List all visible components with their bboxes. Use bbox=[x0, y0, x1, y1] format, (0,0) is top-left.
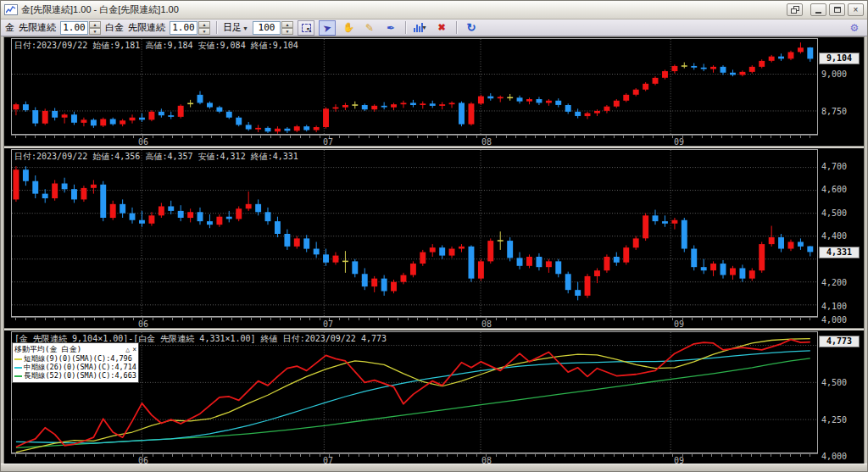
current-price-label: 4,773 bbox=[819, 336, 860, 347]
cursor-tool-button[interactable]: ➤ bbox=[319, 20, 336, 36]
x-axis-label: 08 bbox=[481, 137, 492, 147]
y-axis-label: 4,000 bbox=[821, 452, 847, 461]
spin-up-icon[interactable]: ▲ bbox=[198, 21, 210, 28]
legend-close-icon[interactable]: × bbox=[132, 346, 136, 353]
toolbar: 金 先限連続 ▲ ▼ 白金 先限連続 ▲ ▼ 日足 ▼ ▲ ▼ bbox=[1, 19, 867, 36]
hand-icon: ✋ bbox=[342, 23, 354, 32]
platinum-ratio-input[interactable] bbox=[170, 21, 198, 35]
window-bottom-edge bbox=[1, 464, 867, 471]
pan-tool-button[interactable]: ✋ bbox=[340, 20, 357, 36]
current-price-label: 9,104 bbox=[819, 53, 860, 64]
current-price-label: 4,331 bbox=[819, 247, 860, 258]
delete-chart-button[interactable]: ✖ bbox=[433, 20, 450, 36]
platinum-series-label: 先限連続 bbox=[128, 21, 165, 34]
close-button[interactable]: × bbox=[848, 3, 864, 16]
moving-average-legend: 移動平均(金 白金) △ × 短期線(9)(0)(SMA)(C):4,796 中… bbox=[12, 342, 139, 383]
legend-label: 長期線(52)(0)(SMA)(C):4,663 bbox=[24, 371, 136, 381]
region-select-icon: ↖ bbox=[302, 24, 311, 32]
spread-chart-panel[interactable]: [金 先限連続 9,104×1.00]-[白金 先限連続 4,331×1.00]… bbox=[4, 330, 864, 464]
x-axis-label: 09 bbox=[674, 319, 684, 329]
x-axis-label: 09 bbox=[674, 137, 684, 147]
window-title: 金[先限連続]1.00 - 白金[先限連続]1.00 bbox=[21, 3, 784, 16]
toolbar-separator bbox=[405, 21, 406, 34]
x-axis-label: 06 bbox=[138, 319, 148, 329]
bar-count-input[interactable] bbox=[253, 21, 281, 35]
panel-gutter-2: 4,5004,2504,0004,773 bbox=[818, 331, 864, 464]
layer-window-button[interactable] bbox=[787, 3, 803, 16]
chevron-down-icon: ▼ bbox=[242, 25, 248, 31]
spin-down-icon[interactable]: ▼ bbox=[198, 28, 210, 35]
settings-button[interactable]: ⚙ bbox=[846, 20, 863, 36]
chart-area: 日付:2023/09/22 始値:9,181 高値:9,184 安値:9,084… bbox=[3, 36, 865, 464]
y-axis-label: 4,500 bbox=[821, 208, 847, 218]
spin-down-icon[interactable]: ▼ bbox=[281, 28, 293, 35]
maximize-button[interactable] bbox=[829, 3, 845, 16]
platinum-ohlc-header: 日付:2023/09/22 始値:4,356 高値:4,357 安値:4,312… bbox=[14, 151, 298, 163]
gold-chart-panel[interactable]: 日付:2023/09/22 始値:9,181 高値:9,184 安値:9,084… bbox=[4, 37, 864, 146]
title-bar[interactable]: 金[先限連続]1.00 - 白金[先限連続]1.00 × bbox=[1, 1, 867, 19]
bar-count-stepper: ▲ ▼ bbox=[253, 21, 293, 35]
spin-up-icon[interactable]: ▲ bbox=[89, 21, 101, 28]
region-select-button[interactable]: ↖ bbox=[298, 20, 314, 36]
x-axis-label: 06 bbox=[138, 137, 148, 147]
draw-tool-button[interactable]: ✎ bbox=[361, 20, 378, 36]
y-axis-label: 4,600 bbox=[821, 185, 847, 194]
gold-series-label: 先限連続 bbox=[19, 21, 56, 34]
gold-ratio-stepper: ▲ ▼ bbox=[60, 21, 101, 35]
period-combo[interactable]: 日足 ▼ bbox=[223, 21, 248, 34]
y-axis-label: 4,000 bbox=[821, 315, 847, 325]
wrench-icon: ⚙ bbox=[850, 23, 860, 33]
y-axis-label: 4,500 bbox=[821, 378, 847, 387]
panel-xaxis-0: 06070809 bbox=[11, 135, 818, 146]
panel-xaxis-1: 06070809 bbox=[11, 317, 818, 328]
panel-gutter-0: 9,0008,7509,104 bbox=[818, 38, 864, 146]
sma-short-swatch bbox=[14, 358, 22, 360]
x-axis-label: 08 bbox=[481, 319, 492, 329]
close-icon: × bbox=[854, 6, 859, 14]
platinum-plot[interactable]: 日付:2023/09/22 始値:4,356 高値:4,357 安値:4,312… bbox=[11, 149, 818, 317]
y-axis-label: 4,400 bbox=[821, 231, 847, 241]
cursor-icon: ➤ bbox=[322, 21, 333, 33]
minimize-icon bbox=[815, 12, 821, 14]
layer-window-icon bbox=[791, 6, 799, 14]
delete-chart-icon: ✖ bbox=[437, 23, 445, 32]
gold-ratio-input[interactable] bbox=[60, 21, 88, 35]
chart-type-button[interactable]: ▼ bbox=[412, 20, 429, 36]
panel-svg-0 bbox=[12, 39, 817, 134]
y-axis-label: 4,700 bbox=[821, 162, 847, 171]
app-window: 金[先限連続]1.00 - 白金[先限連続]1.00 × 金 先限連続 ▲ ▼ … bbox=[0, 0, 868, 472]
spread-plot[interactable]: [金 先限連続 9,104×1.00]-[白金 先限連続 4,331×1.00]… bbox=[11, 331, 818, 453]
y-axis-label: 4,250 bbox=[821, 415, 847, 425]
app-chart-icon bbox=[4, 4, 18, 15]
legend-collapse-icon[interactable]: △ bbox=[125, 346, 130, 353]
x-axis-label: 07 bbox=[323, 319, 333, 329]
platinum-ratio-stepper: ▲ ▼ bbox=[170, 21, 210, 35]
platinum-chart-panel[interactable]: 日付:2023/09/22 始値:4,356 高値:4,357 安値:4,312… bbox=[4, 148, 864, 328]
panel-gutter-1: 4,7004,6004,5004,4004,2004,1004,0004,331 bbox=[818, 149, 864, 328]
y-axis-label: 4,200 bbox=[821, 278, 847, 287]
minimize-button[interactable] bbox=[810, 3, 826, 16]
gold-symbol-label: 金 bbox=[5, 21, 14, 34]
pen-tool-button[interactable]: ✒ bbox=[382, 20, 399, 36]
panel-svg-1 bbox=[12, 150, 817, 316]
toolbar-separator bbox=[216, 21, 217, 34]
refresh-icon: ↻ bbox=[467, 22, 476, 33]
platinum-symbol-label: 白金 bbox=[105, 21, 124, 34]
sma-long-swatch bbox=[14, 375, 22, 377]
maximize-icon bbox=[834, 7, 841, 13]
y-axis-label: 4,100 bbox=[821, 302, 847, 311]
period-label: 日足 bbox=[223, 22, 242, 32]
spin-down-icon[interactable]: ▼ bbox=[89, 28, 101, 35]
sma-mid-swatch bbox=[14, 367, 22, 369]
toolbar-separator bbox=[456, 21, 457, 34]
spin-up-icon[interactable]: ▲ bbox=[281, 21, 293, 28]
y-axis-label: 9,000 bbox=[821, 69, 847, 79]
legend-item-sma-long: 長期線(52)(0)(SMA)(C):4,663 bbox=[14, 372, 136, 380]
gold-ohlc-header: 日付:2023/09/22 始値:9,181 高値:9,184 安値:9,084… bbox=[14, 40, 298, 52]
y-axis-label: 8,750 bbox=[821, 107, 847, 116]
chevron-down-icon: ▼ bbox=[421, 25, 427, 31]
gold-plot[interactable]: 日付:2023/09/22 始値:9,181 高値:9,184 安値:9,084… bbox=[11, 38, 818, 135]
refresh-button[interactable]: ↻ bbox=[463, 20, 480, 36]
pencil-icon: ✎ bbox=[365, 23, 374, 33]
pen-icon: ✒ bbox=[387, 23, 395, 33]
